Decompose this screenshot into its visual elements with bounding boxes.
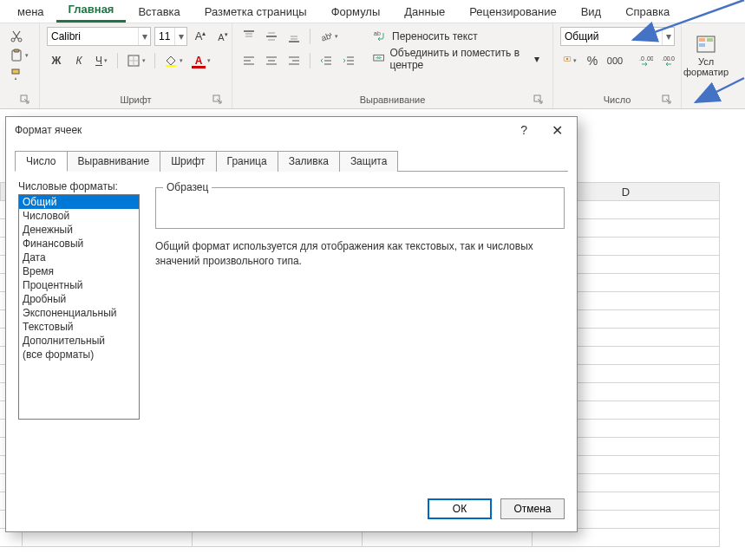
- percent-button[interactable]: %: [583, 51, 602, 70]
- separator: [310, 53, 310, 68]
- italic-icon: К: [75, 55, 82, 67]
- chevron-down-icon: ▾: [534, 53, 539, 65]
- merge-center-label: Объединить и поместить в центре: [389, 47, 529, 71]
- font-size-input[interactable]: [155, 30, 174, 42]
- dialog-tab-fill[interactable]: Заливка: [278, 151, 340, 172]
- decrease-decimal-button[interactable]: .00.0: [659, 51, 678, 70]
- chevron-down-icon[interactable]: ▾: [174, 28, 186, 45]
- svg-point-0: [11, 38, 15, 42]
- format-item-general[interactable]: Общий: [19, 195, 139, 209]
- format-item-number[interactable]: Числовой: [19, 209, 139, 223]
- orientation-button[interactable]: ab▾: [317, 27, 341, 46]
- number-dialog-launcher[interactable]: [662, 94, 672, 105]
- svg-text:ab: ab: [374, 30, 381, 36]
- format-item-currency[interactable]: Денежный: [19, 223, 139, 237]
- format-item-accounting[interactable]: Финансовый: [19, 237, 139, 251]
- tab-view[interactable]: Вид: [569, 1, 614, 23]
- number-format-combo[interactable]: ▾: [560, 27, 675, 46]
- cancel-button[interactable]: Отмена: [500, 498, 565, 519]
- svg-text:.00: .00: [645, 55, 653, 62]
- align-top-button[interactable]: [239, 27, 258, 46]
- ok-button[interactable]: ОК: [428, 498, 492, 519]
- chevron-down-icon[interactable]: ▾: [662, 28, 674, 45]
- tab-help[interactable]: Справка: [613, 1, 682, 23]
- align-center-button[interactable]: [262, 51, 281, 70]
- comma-button[interactable]: 000: [605, 51, 624, 70]
- group-number: ▾ ▾ % 000 .0.00 .00.0 Число: [553, 23, 682, 108]
- cut-button[interactable]: [7, 27, 26, 46]
- svg-rect-9: [166, 65, 176, 67]
- format-item-scientific[interactable]: Экспоненциальный: [19, 306, 139, 320]
- tab-formulas[interactable]: Формулы: [319, 1, 393, 23]
- paste-button[interactable]: ▾: [7, 46, 31, 65]
- italic-button[interactable]: К: [69, 51, 88, 70]
- alignment-dialog-launcher[interactable]: [533, 94, 544, 105]
- fill-color-button[interactable]: ▾: [161, 51, 186, 70]
- font-size-combo[interactable]: ▾: [154, 27, 187, 46]
- group-label-clipboard: [7, 103, 32, 108]
- increase-indent-button[interactable]: [339, 51, 358, 70]
- format-item-time[interactable]: Время: [19, 264, 139, 278]
- dialog-help-button[interactable]: ?: [513, 120, 534, 140]
- tab-partial[interactable]: мена: [5, 1, 56, 23]
- tab-pagelayout[interactable]: Разметка страницы: [193, 1, 319, 23]
- sample-box: Образец: [155, 187, 565, 229]
- underline-button[interactable]: Ч▾: [92, 51, 111, 70]
- format-item-fraction[interactable]: Дробный: [19, 292, 139, 306]
- svg-text:ab: ab: [320, 30, 333, 42]
- font-dialog-launcher[interactable]: [212, 94, 223, 105]
- increase-font-button[interactable]: A▴: [191, 27, 210, 46]
- tab-home[interactable]: Главная: [56, 0, 127, 23]
- align-right-button[interactable]: [284, 51, 304, 70]
- format-item-percentage[interactable]: Процентный: [19, 278, 139, 292]
- increase-decimal-button[interactable]: .0.00: [637, 51, 656, 70]
- format-item-text[interactable]: Текстовый: [19, 320, 139, 334]
- number-format-input[interactable]: [561, 30, 662, 42]
- font-name-input[interactable]: [48, 30, 138, 42]
- decrease-font-button[interactable]: A▾: [213, 27, 232, 46]
- dialog-tab-protection[interactable]: Защита: [339, 151, 399, 172]
- clipboard-icon: [10, 49, 23, 62]
- format-item-custom[interactable]: (все форматы): [19, 348, 139, 361]
- format-list[interactable]: Общий Числовой Денежный Финансовый Дата …: [18, 194, 140, 420]
- orientation-icon: ab: [319, 29, 333, 43]
- ribbon-tabs: мена Главная Вставка Разметка страницы Ф…: [0, 0, 745, 23]
- sample-label: Образец: [163, 181, 212, 193]
- align-top-icon: [242, 29, 256, 43]
- clipboard-dialog-launcher[interactable]: [20, 94, 30, 105]
- align-left-button[interactable]: [239, 51, 258, 70]
- paintbrush-icon: [10, 68, 23, 81]
- tab-insert[interactable]: Вставка: [126, 1, 192, 23]
- format-item-special[interactable]: Дополнительный: [19, 334, 139, 348]
- svg-rect-3: [14, 49, 19, 52]
- merge-center-button[interactable]: Объединить и поместить в центре ▾: [367, 49, 546, 68]
- font-color-button[interactable]: A ▾: [189, 51, 213, 70]
- font-color-icon: A: [192, 55, 206, 67]
- conditional-formatting-button[interactable]: Усл форматир: [689, 27, 723, 84]
- chevron-down-icon: ▾: [573, 57, 577, 64]
- indent-increase-icon: [342, 54, 356, 68]
- format-painter-button[interactable]: [7, 65, 26, 84]
- dialog-tab-font[interactable]: Шрифт: [160, 151, 216, 172]
- chevron-down-icon[interactable]: ▾: [138, 28, 150, 45]
- chevron-down-icon: ▾: [104, 57, 108, 64]
- format-description: Общий формат используется для отображени…: [155, 239, 565, 269]
- tab-review[interactable]: Рецензирование: [457, 1, 568, 23]
- font-name-combo[interactable]: ▾: [47, 27, 151, 46]
- align-bottom-button[interactable]: [284, 27, 304, 46]
- tab-data[interactable]: Данные: [392, 1, 457, 23]
- align-middle-button[interactable]: [262, 27, 281, 46]
- borders-button[interactable]: ▾: [124, 51, 148, 70]
- dialog-tab-border[interactable]: Граница: [216, 151, 278, 172]
- decrease-indent-button[interactable]: [317, 51, 336, 70]
- dialog-close-button[interactable]: ✕: [545, 119, 570, 142]
- wrap-text-button[interactable]: ab Переносить текст: [367, 27, 546, 46]
- bold-button[interactable]: Ж: [47, 51, 66, 70]
- currency-button[interactable]: ▾: [560, 51, 579, 70]
- group-label-alignment: Выравнивание: [239, 93, 546, 108]
- format-item-date[interactable]: Дата: [19, 251, 139, 264]
- separator: [310, 29, 310, 44]
- group-label-font: Шрифт: [47, 93, 225, 108]
- dialog-tab-number[interactable]: Число: [15, 151, 68, 172]
- dialog-tab-alignment[interactable]: Выравнивание: [67, 151, 161, 172]
